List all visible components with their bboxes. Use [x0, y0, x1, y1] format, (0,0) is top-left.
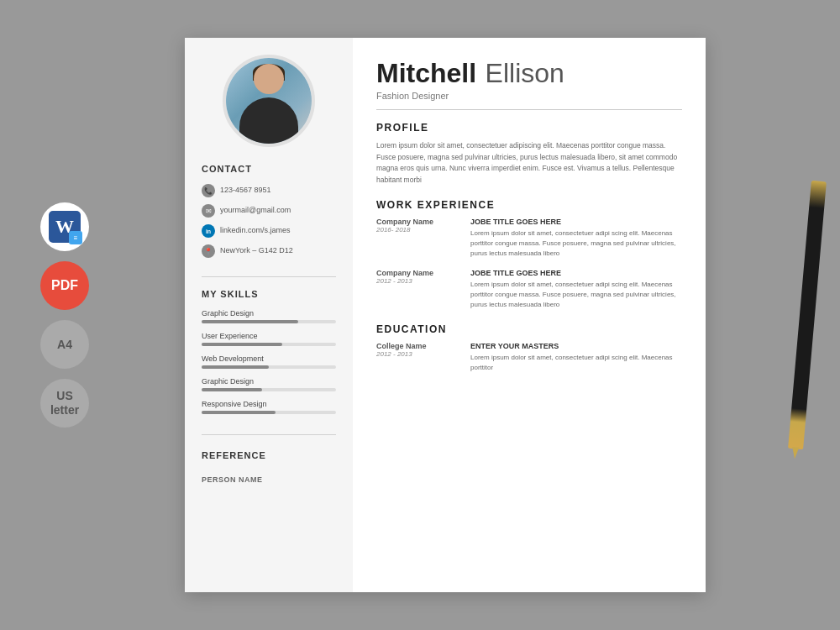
skill-name: Responsive Design: [202, 400, 336, 408]
profile-section: PROFILE Lorem ipsum dolor sit amet, cons…: [376, 122, 682, 186]
resume-left-sidebar: CONTACT 📞 123-4567 8951 ✉ yourmail@gmail…: [185, 38, 353, 592]
last-name: Ellison: [486, 58, 564, 88]
word-doc-icon: ≡: [74, 234, 78, 242]
email-icon: ✉: [202, 204, 215, 218]
contact-email-item: ✉ yourmail@gmail.com: [202, 204, 336, 218]
contact-address: NewYork – G142 D12: [220, 246, 293, 256]
contact-phone-item: 📞 123-4567 8951: [202, 184, 336, 197]
skill-name: Graphic Design: [202, 309, 336, 318]
resume-right-content: Mitchell Ellison Fashion Designer PROFIL…: [353, 38, 706, 592]
skill-name: Web Development: [202, 354, 336, 363]
location-icon: 📍: [202, 244, 215, 258]
edu-date: 2012 - 2013: [376, 350, 460, 358]
company-name: Company Name: [376, 218, 460, 226]
us-letter-icon: US letter: [50, 389, 79, 417]
contact-address-item: 📍 NewYork – G142 D12: [202, 244, 336, 258]
skill-bar-fill: [202, 365, 269, 369]
edu-description: Lorem ipsum dolor sit amet, consectetuer…: [470, 353, 682, 373]
work-entry: Company Name 2012 - 2013 JOBE TITLE GOES…: [376, 269, 682, 310]
pdf-badge[interactable]: PDF: [40, 261, 89, 310]
edu-right: ENTER YOUR MASTERS Lorem ipsum dolor sit…: [470, 342, 682, 373]
sidebar-divider-1: [202, 276, 336, 277]
reference-section: REFERENCE PERSON NAME: [202, 450, 336, 486]
us-letter-badge[interactable]: US letter: [40, 379, 89, 428]
contact-section: CONTACT 📞 123-4567 8951 ✉ yourmail@gmail…: [202, 164, 336, 265]
work-experience-section: WORK EXPERIENCE Company Name 2016- 2018 …: [376, 199, 682, 310]
work-left: Company Name 2016- 2018: [376, 218, 460, 259]
header-divider: [376, 109, 682, 110]
pdf-icon: PDF: [51, 278, 78, 293]
contact-linkedin: linkedin.com/s.james: [220, 226, 291, 236]
work-description: Lorem ipsum dolor sit amet, consectetuer…: [470, 280, 682, 310]
contact-email: yourmail@gmail.com: [220, 206, 291, 216]
skill-bar-fill: [202, 388, 262, 391]
side-icons-panel: W ≡ PDF A4 US letter: [40, 202, 89, 428]
skill-bar-fill: [202, 343, 282, 346]
work-experience-title: WORK EXPERIENCE: [376, 199, 682, 211]
skill-bar-bg: [202, 343, 336, 346]
work-job-title: JOBE TITLE GOES HERE: [470, 218, 682, 226]
skill-bar-bg: [202, 365, 336, 369]
skill-name: Graphic Design: [202, 377, 336, 386]
a4-badge[interactable]: A4: [40, 320, 89, 369]
degree-title: ENTER YOUR MASTERS: [470, 342, 682, 350]
reference-section-title: REFERENCE: [202, 450, 336, 460]
skill-bar-fill: [202, 320, 298, 323]
skill-item: Graphic Design: [202, 309, 336, 323]
contact-phone: 123-4567 8951: [220, 186, 271, 196]
skill-name: User Experience: [202, 332, 336, 340]
work-job-title: JOBE TITLE GOES HERE: [470, 269, 682, 277]
college-name: College Name: [376, 342, 460, 350]
sidebar-divider-2: [202, 434, 336, 435]
work-left: Company Name 2012 - 2013: [376, 269, 460, 310]
job-title: Fashion Designer: [376, 91, 682, 101]
skill-bar-bg: [202, 320, 336, 323]
profile-text: Lorem ipsum dolor sit amet, consectetuer…: [376, 140, 682, 186]
profile-section-title: PROFILE: [376, 122, 682, 134]
skill-item: Graphic Design: [202, 377, 336, 391]
skill-bar-fill: [202, 411, 276, 414]
work-right: JOBE TITLE GOES HERE Lorem ipsum dolor s…: [470, 218, 682, 259]
phone-icon: 📞: [202, 184, 215, 197]
person-name-label: PERSON NAME: [202, 475, 263, 484]
work-date: 2012 - 2013: [376, 277, 460, 285]
education-title: EDUCATION: [376, 323, 682, 335]
skill-item: User Experience: [202, 332, 336, 346]
resume-card: CONTACT 📞 123-4567 8951 ✉ yourmail@gmail…: [185, 38, 706, 592]
edu-left: College Name 2012 - 2013: [376, 342, 460, 373]
work-right: JOBE TITLE GOES HERE Lorem ipsum dolor s…: [470, 269, 682, 310]
skill-item: Web Development: [202, 354, 336, 369]
skills-section-title: MY SKILLS: [202, 289, 336, 299]
work-date: 2016- 2018: [376, 226, 460, 234]
work-entry: Company Name 2016- 2018 JOBE TITLE GOES …: [376, 218, 682, 259]
education-section: EDUCATION College Name 2012 - 2013 ENTER…: [376, 323, 682, 373]
name-section: Mitchell Ellison Fashion Designer: [376, 58, 682, 101]
contact-linkedin-item: in linkedin.com/s.james: [202, 224, 336, 238]
a4-icon: A4: [57, 338, 72, 352]
skills-section: MY SKILLS Graphic Design User Experience…: [202, 289, 336, 423]
education-entry: College Name 2012 - 2013 ENTER YOUR MAST…: [376, 342, 682, 373]
first-name: Mitchell: [376, 58, 476, 88]
skill-bar-bg: [202, 411, 336, 414]
word-badge[interactable]: W ≡: [40, 202, 89, 251]
company-name: Company Name: [376, 269, 460, 277]
skill-item: Responsive Design: [202, 400, 336, 414]
avatar: [223, 55, 315, 147]
pen-decoration: [788, 181, 827, 449]
contact-section-title: CONTACT: [202, 164, 336, 174]
linkedin-icon: in: [202, 224, 215, 238]
skill-bar-bg: [202, 388, 336, 391]
work-description: Lorem ipsum dolor sit amet, consectetuer…: [470, 228, 682, 259]
